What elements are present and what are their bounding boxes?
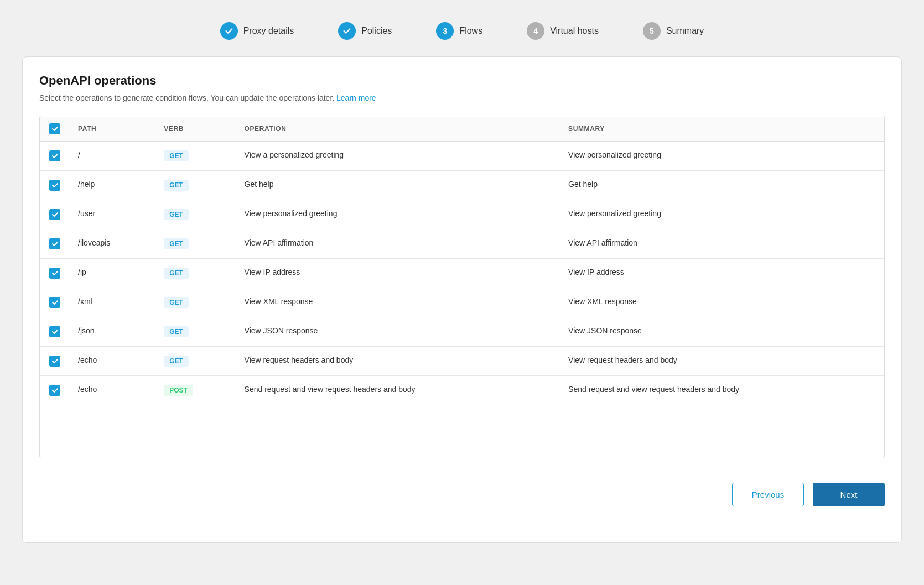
previous-button[interactable]: Previous [732,483,804,506]
row-checkbox-2[interactable] [49,209,60,220]
card-subtitle: Select the operations to generate condit… [39,93,885,102]
select-all-checkbox[interactable] [49,123,60,134]
row-verb: GET [155,259,235,288]
row-summary: View personalized greeting [559,200,884,229]
row-operation: View XML response [236,288,560,317]
col-header-path: PATH [69,117,155,142]
step-number-summary: 5 [650,27,654,35]
row-summary: View personalized greeting [559,142,884,171]
row-path: /iloveapis [69,229,155,259]
row-checkbox-cell[interactable] [40,376,70,405]
step-circle-flows: 3 [436,22,454,40]
step-label-policies: Policies [361,26,392,36]
table-row: /helpGETGet helpGet help [40,171,884,200]
col-header-summary: SUMMARY [559,117,884,142]
row-path: /user [69,200,155,229]
step-label-virtual-hosts: Virtual hosts [550,26,599,36]
row-checkbox-4[interactable] [49,268,60,279]
table-row: /echoGETView request headers and bodyVie… [40,347,884,376]
next-button[interactable]: Next [813,483,885,506]
step-proxy-details[interactable]: Proxy details [220,22,294,40]
row-path: /xml [69,288,155,317]
row-summary: View XML response [559,288,884,317]
row-operation: View IP address [236,259,560,288]
table-row: /GETView a personalized greetingView per… [40,142,884,171]
row-verb: GET [155,142,235,171]
row-checkbox-cell[interactable] [40,142,70,171]
col-header-operation: OPERATION [236,117,560,142]
row-verb: GET [155,171,235,200]
card-title: OpenAPI operations [39,74,885,88]
row-path: /echo [69,376,155,405]
row-checkbox-cell[interactable] [40,259,70,288]
row-operation: View JSON response [236,317,560,347]
table-row: /ipGETView IP addressView IP address [40,259,884,288]
row-checkbox-cell[interactable] [40,288,70,317]
row-verb: GET [155,317,235,347]
row-verb: GET [155,288,235,317]
step-policies[interactable]: Policies [338,22,392,40]
verb-badge-3: GET [164,238,189,249]
step-circle-summary: 5 [643,22,661,40]
verb-badge-0: GET [164,150,189,161]
table-header-row: PATH VERB OPERATION SUMMARY [40,117,884,142]
row-operation: View request headers and body [236,347,560,376]
main-card: OpenAPI operations Select the operations… [22,56,902,543]
stepper: Proxy details Policies 3 Flows 4 Virtual… [11,11,913,56]
table-row: /iloveapisGETView API affirmationView AP… [40,229,884,259]
row-operation: Send request and view request headers an… [236,376,560,405]
table-row: /echoPOSTSend request and view request h… [40,376,884,405]
operations-table-wrapper: PATH VERB OPERATION SUMMARY /GETView a p… [39,116,885,458]
col-header-checkbox[interactable] [40,117,70,142]
row-path: /json [69,317,155,347]
verb-badge-7: GET [164,356,189,367]
row-verb: GET [155,200,235,229]
row-summary: Get help [559,171,884,200]
row-checkbox-5[interactable] [49,297,60,308]
step-flows[interactable]: 3 Flows [436,22,482,40]
row-checkbox-8[interactable] [49,385,60,396]
row-path: /help [69,171,155,200]
step-summary[interactable]: 5 Summary [643,22,704,40]
verb-badge-2: GET [164,209,189,220]
step-number-virtual-hosts: 4 [533,27,538,35]
row-path: / [69,142,155,171]
table-row: /xmlGETView XML responseView XML respons… [40,288,884,317]
step-number-flows: 3 [443,27,447,35]
row-path: /echo [69,347,155,376]
row-checkbox-3[interactable] [49,238,60,249]
row-summary: View IP address [559,259,884,288]
step-virtual-hosts[interactable]: 4 Virtual hosts [527,22,599,40]
card-footer: Previous Next [39,469,885,506]
card-subtitle-text: Select the operations to generate condit… [39,93,334,102]
learn-more-link[interactable]: Learn more [336,93,376,102]
col-header-verb: VERB [155,117,235,142]
row-checkbox-0[interactable] [49,150,60,161]
row-checkbox-cell[interactable] [40,171,70,200]
verb-badge-8: POST [164,385,193,396]
row-checkbox-cell[interactable] [40,200,70,229]
table-row: /jsonGETView JSON responseView JSON resp… [40,317,884,347]
step-circle-policies [338,22,356,40]
verb-badge-5: GET [164,297,189,308]
table-row: /userGETView personalized greetingView p… [40,200,884,229]
row-operation: View personalized greeting [236,200,560,229]
row-verb: POST [155,376,235,405]
row-checkbox-cell[interactable] [40,347,70,376]
row-summary: View API affirmation [559,229,884,259]
row-operation: View a personalized greeting [236,142,560,171]
row-summary: Send request and view request headers an… [559,376,884,405]
row-checkbox-6[interactable] [49,326,60,337]
row-path: /ip [69,259,155,288]
row-checkbox-1[interactable] [49,180,60,191]
row-operation: Get help [236,171,560,200]
row-checkbox-cell[interactable] [40,229,70,259]
row-checkbox-7[interactable] [49,356,60,367]
operations-table: PATH VERB OPERATION SUMMARY /GETView a p… [40,116,884,405]
table-body: /GETView a personalized greetingView per… [40,142,884,405]
step-circle-virtual-hosts: 4 [527,22,544,40]
verb-badge-1: GET [164,180,189,191]
row-summary: View request headers and body [559,347,884,376]
row-checkbox-cell[interactable] [40,317,70,347]
row-verb: GET [155,347,235,376]
